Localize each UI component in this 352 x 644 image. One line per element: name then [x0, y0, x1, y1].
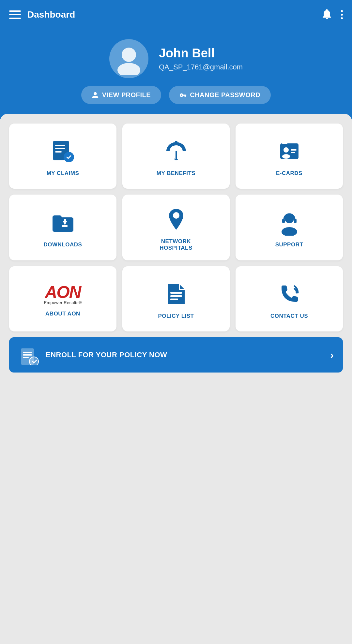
enroll-text: ENROLL FOR YOUR POLICY NOW: [46, 351, 330, 359]
grid-item-support[interactable]: SUPPORT: [236, 195, 343, 260]
policy-icon: [163, 281, 189, 307]
aon-icon: AON Empower Results®: [44, 284, 82, 305]
contact-us-label: CONTACT US: [270, 313, 308, 319]
network-hospitals-label: NETWORK HOSPITALS: [160, 238, 192, 251]
svg-rect-10: [282, 141, 287, 144]
svg-rect-5: [55, 151, 62, 153]
avatar: [109, 39, 148, 78]
svg-point-1: [117, 63, 140, 75]
support-label: SUPPORT: [275, 242, 303, 248]
svg-rect-4: [55, 148, 65, 149]
benefits-icon: [163, 138, 189, 164]
svg-rect-22: [294, 219, 297, 223]
profile-text: John Bell QA_SP_1761@gmail.com: [159, 46, 243, 71]
my-claims-label: MY CLAIMS: [47, 170, 79, 177]
grid-section: MY CLAIMS MY BENEFITS: [0, 114, 352, 382]
downloads-icon: [50, 210, 76, 236]
svg-point-12: [282, 154, 290, 159]
grid-row-2: DOWNLOADS NETWORK HOSPITALS: [9, 195, 343, 260]
profile-info: John Bell QA_SP_1761@gmail.com: [109, 39, 243, 78]
header: Dashboard: [0, 0, 352, 29]
grid-row-1: MY CLAIMS MY BENEFITS: [9, 124, 343, 189]
svg-rect-13: [291, 149, 297, 151]
hospitals-icon: [163, 206, 189, 232]
ecards-icon: [276, 138, 302, 164]
grid-row-3: AON Empower Results® ABOUT AON POLICY LI…: [9, 266, 343, 331]
svg-point-0: [122, 48, 136, 62]
policy-list-label: POLICY LIST: [158, 313, 194, 319]
header-right: [321, 8, 343, 22]
grid-item-policy-list[interactable]: POLICY LIST: [122, 266, 230, 331]
grid-item-about-aon[interactable]: AON Empower Results® ABOUT AON: [9, 266, 116, 331]
profile-name: John Bell: [159, 46, 243, 60]
svg-rect-24: [170, 295, 182, 297]
profile-buttons: VIEW PROFILE CHANGE PASSWORD: [81, 86, 271, 104]
svg-point-8: [175, 141, 177, 143]
contact-icon: [276, 281, 302, 307]
svg-point-20: [282, 227, 297, 236]
support-icon: [276, 210, 302, 236]
svg-rect-3: [55, 145, 65, 146]
svg-point-18: [173, 212, 179, 219]
svg-rect-21: [282, 219, 285, 223]
page-title: Dashboard: [27, 9, 75, 20]
svg-rect-17: [62, 225, 68, 227]
svg-point-30: [29, 357, 38, 365]
bell-icon[interactable]: [321, 8, 333, 22]
grid-item-network-hospitals[interactable]: NETWORK HOSPITALS: [122, 195, 230, 260]
svg-rect-25: [170, 299, 178, 300]
profile-email: QA_SP_1761@gmail.com: [159, 63, 243, 71]
aon-tagline: Empower Results®: [44, 300, 82, 305]
svg-rect-29: [23, 357, 29, 358]
ecards-label: E-CARDS: [276, 170, 302, 177]
profile-section: John Bell QA_SP_1761@gmail.com VIEW PROF…: [0, 29, 352, 120]
header-left: Dashboard: [9, 9, 75, 20]
bottom-space: [0, 382, 352, 408]
grid-item-my-benefits[interactable]: MY BENEFITS: [122, 124, 230, 189]
svg-point-11: [283, 147, 289, 153]
svg-rect-23: [170, 292, 182, 294]
svg-rect-27: [23, 352, 32, 353]
aon-logo-text: AON: [45, 284, 81, 300]
enroll-banner[interactable]: ENROLL FOR YOUR POLICY NOW ›: [9, 337, 343, 373]
about-aon-label: ABOUT AON: [45, 311, 80, 317]
change-password-button[interactable]: CHANGE PASSWORD: [169, 86, 271, 104]
more-options-button[interactable]: [341, 10, 343, 19]
svg-rect-14: [291, 152, 295, 153]
claims-icon: [50, 138, 76, 164]
view-profile-button[interactable]: VIEW PROFILE: [81, 86, 161, 104]
my-benefits-label: MY BENEFITS: [157, 170, 195, 177]
view-profile-label: VIEW PROFILE: [102, 91, 151, 99]
grid-item-contact-us[interactable]: CONTACT US: [236, 266, 343, 331]
grid-item-my-claims[interactable]: MY CLAIMS: [9, 124, 116, 189]
svg-rect-16: [64, 219, 66, 223]
change-password-label: CHANGE PASSWORD: [190, 91, 260, 99]
svg-rect-28: [23, 354, 32, 356]
downloads-label: DOWNLOADS: [44, 242, 82, 248]
grid-item-downloads[interactable]: DOWNLOADS: [9, 195, 116, 260]
hamburger-menu-button[interactable]: [9, 10, 21, 19]
enroll-arrow-icon: ›: [330, 349, 334, 361]
grid-item-ecards[interactable]: E-CARDS: [236, 124, 343, 189]
